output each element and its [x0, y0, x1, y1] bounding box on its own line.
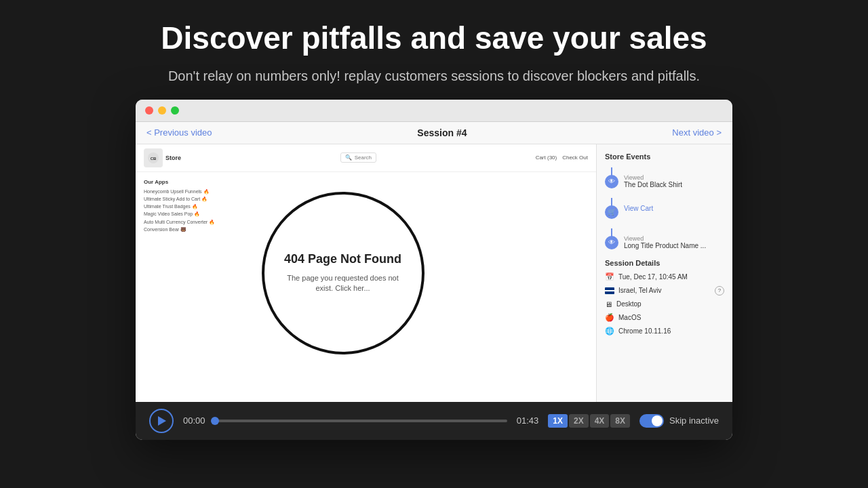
detail-device: 🖥 Desktop	[605, 300, 724, 308]
browser-titlebar	[136, 100, 732, 122]
speed-btn-1x[interactable]: 1X	[548, 414, 568, 428]
svg-text:CB: CB	[151, 157, 157, 161]
error-description: The page you requested does not exist. C…	[278, 273, 408, 294]
time-total: 01:43	[517, 415, 539, 426]
page-subtitle: Don't relay on numbers only! replay cust…	[161, 66, 707, 86]
close-dot	[145, 106, 153, 115]
detail-os: 🍎 MacOS	[605, 313, 724, 322]
page-title: Discover pitfalls and save your sales	[161, 20, 707, 56]
event-item-2: 🛒 View Cart	[605, 205, 724, 219]
sidebar: Store Events 👁 Viewed The Dot Black Shir…	[597, 144, 732, 402]
play-button[interactable]	[149, 409, 174, 433]
video-area: CB Store 🔍 Search Cart (30) Check Out Ou…	[136, 144, 597, 402]
event-label-1: Viewed	[624, 174, 682, 181]
maximize-dot	[171, 106, 179, 115]
site-logo: CB Store	[144, 148, 181, 167]
event-item-1: 👁 Viewed The Dot Black Shirt	[605, 174, 724, 188]
apple-icon: 🍎	[605, 313, 614, 322]
speed-buttons: 1X2X4X8X	[548, 414, 630, 428]
detail-datetime: 📅 Tue, Dec 17, 10:45 AM	[605, 272, 724, 281]
session-details-title: Session Details	[605, 259, 724, 267]
events-section-title: Store Events	[605, 152, 724, 161]
speed-btn-8x[interactable]: 8X	[610, 414, 630, 428]
calendar-icon: 📅	[605, 272, 614, 281]
minimize-dot	[158, 106, 166, 115]
os-value: MacOS	[618, 314, 641, 321]
time-current: 00:00	[183, 415, 205, 426]
help-icon[interactable]: ?	[715, 286, 724, 296]
session-title: Session #4	[417, 127, 467, 138]
skip-label: Skip inactive	[669, 415, 719, 426]
detail-location: Israel, Tel Aviv ?	[605, 286, 724, 296]
header-section: Discover pitfalls and save your sales Do…	[147, 0, 720, 100]
cart-nav: Cart (30)	[536, 155, 557, 161]
apps-section-title: Our Apps	[144, 179, 588, 185]
event-item-3: 👁 Viewed Long Title Product Name ...	[605, 235, 724, 249]
toggle-knob	[652, 415, 663, 426]
event-cart-icon: 🛒	[605, 205, 618, 219]
app-list-item: Honeycomb Upsell Funnels 🔥	[144, 188, 588, 195]
detail-browser: 🌐 Chrome 10.11.16	[605, 327, 724, 336]
event-eye-icon-2: 👁	[605, 236, 618, 249]
play-icon	[158, 416, 166, 426]
search-label: Search	[355, 155, 372, 161]
next-video-link[interactable]: Next video >	[672, 127, 722, 138]
progress-bar[interactable]	[215, 420, 507, 422]
skip-inactive-toggle[interactable]	[639, 414, 664, 428]
search-icon: 🔍	[345, 155, 352, 161]
checkout-nav: Check Out	[562, 155, 588, 161]
site-header: CB Store 🔍 Search Cart (30) Check Out	[136, 144, 596, 172]
browser-value: Chrome 10.11.16	[618, 327, 671, 335]
location-value: Israel, Tel Aviv	[618, 287, 662, 294]
site-nav: Cart (30) Check Out	[536, 155, 588, 161]
logo-text: Store	[165, 155, 181, 161]
event-label-3: Viewed	[624, 235, 706, 242]
flag-icon	[605, 287, 614, 294]
prev-video-link[interactable]: < Previous video	[146, 127, 212, 138]
search-bar: 🔍 Search	[340, 152, 376, 163]
skip-toggle-container: Skip inactive	[639, 414, 719, 428]
main-content: CB Store 🔍 Search Cart (30) Check Out Ou…	[136, 144, 732, 402]
error-overlay: 404 Page Not Found The page you requeste…	[262, 192, 425, 354]
datetime-value: Tue, Dec 17, 10:45 AM	[618, 273, 688, 281]
session-bar: < Previous video Session #4 Next video >	[136, 122, 732, 144]
progress-indicator	[211, 417, 219, 425]
device-value: Desktop	[616, 300, 642, 308]
playback-bar: 00:00 01:43 1X2X4X8X Skip inactive	[136, 402, 732, 440]
chrome-icon: 🌐	[605, 327, 614, 336]
speed-btn-4x[interactable]: 4X	[590, 414, 610, 428]
event-value-3: Long Title Product Name ...	[624, 242, 706, 249]
speed-btn-2x[interactable]: 2X	[569, 414, 589, 428]
logo-icon: CB	[144, 148, 163, 167]
event-view-cart[interactable]: View Cart	[624, 205, 653, 212]
event-eye-icon-1: 👁	[605, 175, 618, 188]
browser-window: < Previous video Session #4 Next video >…	[136, 100, 732, 440]
error-title: 404 Page Not Found	[284, 252, 401, 266]
desktop-icon: 🖥	[605, 300, 612, 308]
event-value-1: The Dot Black Shirt	[624, 181, 682, 188]
